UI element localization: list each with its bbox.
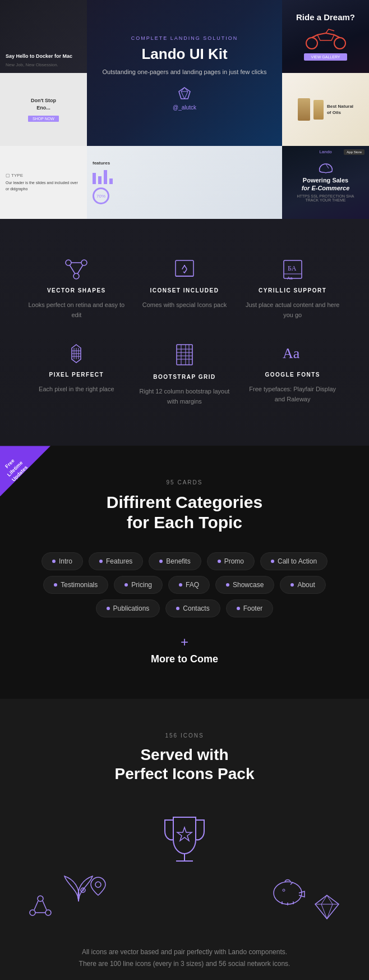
tag-publications[interactable]: Publications [96,599,160,617]
grid-cell-powering: Lando App Store Powering Salesfor E-Comm… [282,146,369,219]
feature-iconset: ICONSET INCLUDED Comes with special Icon… [136,258,233,320]
svg-line-42 [34,901,38,910]
bootstrap-icon [173,342,196,367]
moto-title: Ride a Dream? [296,12,355,22]
svg-point-1 [334,38,345,49]
svg-point-6 [73,273,79,279]
svg-rect-10 [176,260,193,276]
cyrillic-desc: Just place actual content and here you g… [244,300,341,320]
feature-pixel: PIXEL PERFECT Each pixel in the right pl… [28,342,125,406]
iconset-desc: Comes with special Icons pack [142,300,227,310]
svg-point-35 [95,882,101,887]
bootstrap-title: BOOTSTRAP GRID [153,374,215,380]
tag-features[interactable]: Features [89,552,143,570]
tags-container: Intro Features Benefits Promo Call to Ac… [17,552,352,617]
center-feature: COMPLETE LANDING SOLUTION Lando UI Kit O… [87,0,282,146]
svg-text:БА: БА [288,264,297,272]
location-icon [90,876,107,896]
features-grid: VECTOR SHAPES Looks perfect on retina an… [28,258,341,406]
pixel-title: PIXEL PERFECT [49,372,104,378]
tag-intro[interactable]: Intro [41,552,83,570]
svg-line-8 [70,265,75,274]
feature-vector: VECTOR SHAPES Looks perfect on retina an… [28,258,125,320]
svg-rect-23 [177,345,192,365]
tag-faq[interactable]: FAQ [168,576,210,594]
moto-btn[interactable]: VIEW GALLERY [304,53,347,61]
svg-text:Aa: Aa [283,345,300,361]
cyrillic-icon: БА Aa [282,258,304,281]
free-badge: FreeLifetimeUpdates [0,446,50,496]
vector-desc: Looks perfect on retina and easy to edit [28,300,125,320]
icons-subtitle: 156 ICONS [17,732,352,739]
iconset-icon [173,258,196,281]
center-sub: COMPLETE LANDING SOLUTION [131,35,238,41]
svg-text:Aa: Aa [287,276,293,281]
center-brand: @_alutck [173,104,196,111]
grid-cell-bot-left: features 70% [87,146,282,219]
iconset-title: ICONSET INCLUDED [150,287,219,294]
diamond-icon [313,893,341,921]
svg-point-40 [30,910,35,915]
svg-line-49 [321,904,327,919]
plus-sign: + [181,634,188,650]
tag-footer[interactable]: Footer [226,599,274,617]
fonts-desc: Free typefaces: Playfair Display and Ral… [244,384,341,404]
svg-marker-45 [315,895,339,919]
svg-line-9 [77,265,83,274]
icons-title: Served with Perfect Icons Pack [17,745,352,783]
more-to-come: + More to Come [17,634,352,665]
svg-line-50 [327,904,333,919]
piggy-icon [268,873,307,907]
grid-cell-top-right: Don't StopEno... SHOP NOW [0,73,87,146]
trophy-icon [159,812,210,868]
tag-contacts[interactable]: Contacts [165,599,220,617]
svg-line-47 [321,895,327,904]
more-label: More to Come [151,653,218,665]
pixel-icon [65,342,87,365]
features-section: VECTOR SHAPES Looks perfect on retina an… [0,219,369,446]
tag-promo[interactable]: Promo [207,552,255,570]
categories-title: Diffirent Categories for Each Topic [17,492,352,533]
tag-about[interactable]: About [280,576,325,594]
center-desc: Outstanding one-pagers and landing pages… [103,67,267,77]
cyrillic-title: CYRILLIC SUPPORT [259,287,326,294]
svg-point-4 [66,260,71,265]
tag-cta[interactable]: Call to Action [260,552,328,570]
svg-line-38 [290,882,293,885]
icons-display [17,806,352,929]
categories-subtitle: 95 CARDS [17,479,352,486]
feature-cyrillic: БА Aa CYRILLIC SUPPORT Just place actual… [244,258,341,320]
svg-point-41 [45,910,51,915]
svg-point-39 [38,896,43,901]
icons-desc: All icons are vector based and pair perf… [78,946,291,970]
pixel-desc: Each pixel in the right place [39,384,114,395]
gem-icon [177,86,192,101]
svg-point-5 [81,260,87,265]
tag-testimonials[interactable]: Testimonials [43,576,108,594]
svg-line-43 [43,901,47,910]
svg-marker-33 [177,827,192,841]
fonts-title: GOOGLE FONTS [265,372,320,378]
feature-fonts: Aa GOOGLE FONTS Free typefaces: Playfair… [244,342,341,406]
center-title: Lando UI Kit [141,45,227,63]
svg-point-36 [274,882,302,904]
grid-cell-top-left: Say Hello to Docker for Mac New Job, New… [0,0,87,73]
icons-section: 156 ICONS Served with Perfect Icons Pack [0,699,369,980]
tag-benefits[interactable]: Benefits [149,552,201,570]
feature-bootstrap: BOOTSTRAP GRID Right 12 column bootstrap… [136,342,233,406]
vector-title: VECTOR SHAPES [47,287,106,294]
grid-cell-mid-right: ▢ TYPE Our leader is the slides and incl… [0,146,87,219]
svg-line-48 [327,895,333,904]
grid-cell-moto: Ride a Dream? VIEW GALLERY [282,0,369,73]
vector-icon [64,258,89,281]
svg-point-0 [306,38,317,49]
categories-section: FreeLifetimeUpdates 95 CARDS Diffirent C… [0,446,369,699]
svg-point-37 [283,889,285,891]
tag-pricing[interactable]: Pricing [114,576,163,594]
network-icon [28,893,53,918]
bootstrap-desc: Right 12 column bootstrap layout with ma… [136,387,233,406]
fonts-icon: Aa [280,342,305,365]
tag-showcase[interactable]: Showcase [215,576,274,594]
grid-cell-oils: Best Naturalof Oils [282,73,369,146]
